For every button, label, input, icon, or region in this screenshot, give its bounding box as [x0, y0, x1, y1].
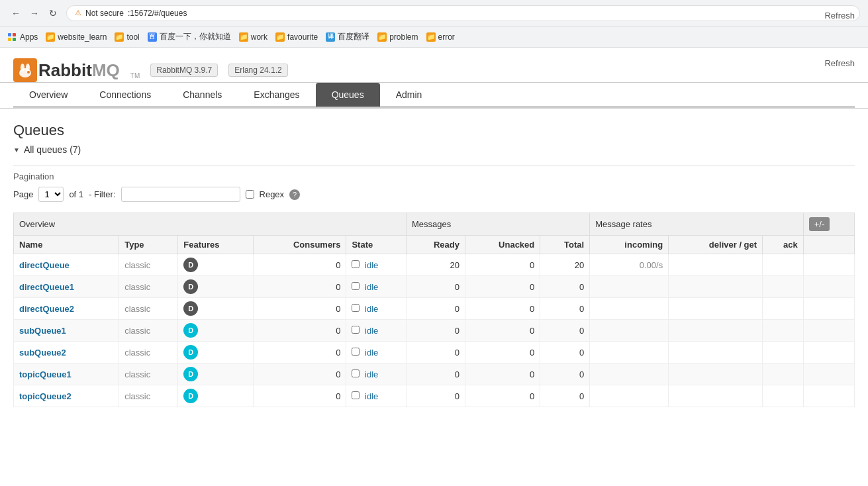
folder-icon: 📁: [377, 32, 387, 42]
bookmark-tool[interactable]: 📁 tool: [115, 32, 139, 42]
cell-total: 0: [540, 298, 590, 320]
pagination-label: Pagination: [13, 166, 855, 181]
logo-mq-text: MQ: [92, 60, 120, 81]
queue-name-link[interactable]: directQueue2: [19, 304, 74, 314]
bookmark-favourite[interactable]: 📁 favourite: [275, 32, 318, 42]
bookmark-problem-label: problem: [389, 32, 418, 42]
browser-nav-buttons: ← → ↻: [8, 5, 61, 21]
cell-name: topicQueue2: [14, 385, 119, 407]
cell-incoming: 0.00/s: [590, 254, 669, 276]
back-button[interactable]: ←: [8, 5, 24, 21]
cell-deliver-get: [669, 320, 763, 342]
cell-state: idle: [346, 298, 406, 320]
tab-connections[interactable]: Connections: [83, 83, 167, 107]
tab-admin[interactable]: Admin: [380, 83, 438, 107]
rabbit-icon: [13, 58, 37, 82]
state-checkbox[interactable]: [352, 282, 360, 290]
queue-name-link[interactable]: subQueue1: [19, 326, 66, 336]
col-state: State: [346, 236, 406, 254]
section-header-messages: Messages: [406, 213, 589, 236]
forward-button[interactable]: →: [26, 5, 42, 21]
regex-checkbox[interactable]: [246, 190, 254, 199]
section-header-toggle[interactable]: +/-: [803, 213, 854, 236]
toggle-columns-button[interactable]: +/-: [809, 217, 830, 231]
cell-ready: 0: [406, 276, 465, 298]
address-url: :15672/#/queues: [128, 9, 187, 18]
col-unacked: Unacked: [465, 236, 540, 254]
folder-icon: 📁: [426, 32, 436, 42]
cell-consumers: 0: [253, 254, 346, 276]
tab-queues[interactable]: Queues: [316, 83, 380, 107]
col-extra: [803, 236, 854, 254]
state-checkbox[interactable]: [352, 348, 360, 356]
cell-type: classic: [119, 254, 178, 276]
cell-ready: 20: [406, 254, 465, 276]
address-text: Not secure: [85, 9, 124, 18]
queue-name-link[interactable]: directQueue: [19, 260, 70, 270]
cell-consumers: 0: [253, 276, 346, 298]
bookmark-website-learn-label: website_learn: [58, 32, 107, 42]
cell-consumers: 0: [253, 364, 346, 385]
cell-state: idle: [346, 385, 406, 407]
cell-extra: [803, 364, 854, 385]
bookmark-problem[interactable]: 📁 problem: [377, 32, 418, 42]
state-checkbox[interactable]: [352, 260, 360, 268]
cell-ack: [763, 364, 804, 385]
queue-name-link[interactable]: directQueue1: [19, 282, 74, 292]
bookmark-apps[interactable]: Apps: [8, 32, 38, 42]
cell-incoming: [590, 364, 669, 385]
cell-incoming: [590, 385, 669, 407]
all-queues-label: All queues (7): [24, 144, 81, 155]
cell-features: D: [178, 385, 253, 407]
cell-state: idle: [346, 364, 406, 385]
page-title: Queues: [13, 122, 855, 139]
queue-name-link[interactable]: topicQueue2: [19, 391, 72, 401]
tab-exchanges[interactable]: Exchanges: [238, 83, 315, 107]
cell-extra: [803, 254, 854, 276]
filter-input[interactable]: [121, 187, 240, 202]
reload-button[interactable]: ↻: [45, 5, 61, 21]
page-select[interactable]: 1: [38, 187, 64, 202]
bookmark-baidu-search[interactable]: 百 百度一下，你就知道: [148, 31, 231, 42]
refresh-label: Refresh: [824, 11, 855, 21]
regex-help-button[interactable]: ?: [289, 189, 300, 200]
cell-ready: 0: [406, 342, 465, 364]
cell-deliver-get: [669, 342, 763, 364]
all-queues-toggle[interactable]: ▼ All queues (7): [13, 144, 855, 155]
bookmark-tool-label: tool: [126, 32, 139, 42]
queue-name-link[interactable]: subQueue2: [19, 348, 66, 358]
cell-total: 0: [540, 342, 590, 364]
address-bar[interactable]: ⚠ Not secure :15672/#/queues: [66, 5, 860, 21]
cell-type: classic: [119, 342, 178, 364]
bookmark-baidu-translate[interactable]: 译 百度翻译: [326, 31, 369, 42]
cell-consumers: 0: [253, 385, 346, 407]
table-row: directQueue classic D 0 idle 20 0 20 0.0…: [14, 254, 855, 276]
folder-icon: 📁: [46, 32, 55, 42]
cell-extra: [803, 342, 854, 364]
cell-ready: 0: [406, 385, 465, 407]
col-name: Name: [14, 236, 119, 254]
bookmark-website-learn[interactable]: 📁 website_learn: [46, 32, 107, 42]
logo-rabbit-text: Rabbit: [38, 60, 92, 81]
state-checkbox[interactable]: [352, 304, 360, 312]
bookmark-work-label: work: [251, 32, 267, 42]
table-row: directQueue2 classic D 0 idle 0 0 0: [14, 298, 855, 320]
state-checkbox[interactable]: [352, 391, 360, 399]
tab-channels[interactable]: Channels: [167, 83, 238, 107]
table-row: subQueue2 classic D 0 idle 0 0 0: [14, 342, 855, 364]
col-incoming: incoming: [590, 236, 669, 254]
queue-name-link[interactable]: topicQueue1: [19, 369, 72, 379]
cell-incoming: [590, 342, 669, 364]
bookmark-work[interactable]: 📁 work: [239, 32, 267, 42]
cell-features: D: [178, 342, 253, 364]
cell-type: classic: [119, 364, 178, 385]
state-checkbox[interactable]: [352, 369, 360, 377]
apps-icon: [8, 33, 17, 41]
state-checkbox[interactable]: [352, 326, 360, 334]
cell-type: classic: [119, 298, 178, 320]
state-text: idle: [365, 326, 378, 336]
bookmark-error[interactable]: 📁 error: [426, 32, 455, 42]
cell-features: D: [178, 364, 253, 385]
rabbitmq-logo: Rabbit MQ: [13, 58, 120, 82]
tab-overview[interactable]: Overview: [13, 83, 83, 107]
